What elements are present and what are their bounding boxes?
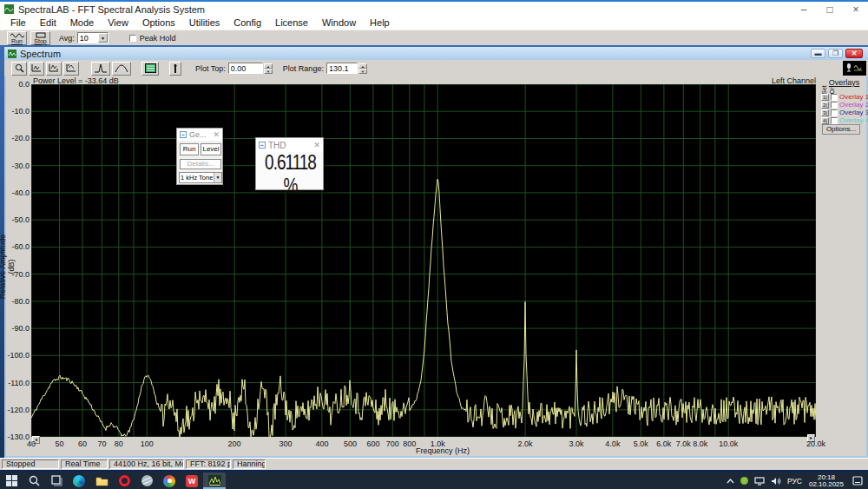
folder-icon xyxy=(95,476,108,486)
tray-clock[interactable]: 20:18 02.10.2025 xyxy=(809,474,844,488)
menu-help[interactable]: Help xyxy=(363,17,397,30)
taskbar-spectralab-button[interactable] xyxy=(203,472,226,489)
menu-mode[interactable]: Mode xyxy=(63,17,102,30)
thd-value: 0.61118 % xyxy=(256,151,325,199)
system-tray: РУС 20:18 02.10.2025 xyxy=(720,472,866,489)
magnifier-icon xyxy=(15,63,24,73)
generator-signal-dropdown[interactable]: 1 kHz Tone ▼ xyxy=(179,172,222,183)
overlays-options-button[interactable]: Options... xyxy=(822,124,860,135)
taskbar-globe-button[interactable] xyxy=(135,472,158,489)
overlay-on-checkbox[interactable] xyxy=(831,109,838,116)
plot-range-label: Plot Range: xyxy=(283,64,324,73)
marker-icon xyxy=(172,63,179,74)
minimize-button[interactable]: – xyxy=(797,3,811,17)
generator-dropdown-arrow-icon[interactable]: ▼ xyxy=(214,173,221,182)
spectrum-plot[interactable] xyxy=(31,84,816,437)
start-button[interactable] xyxy=(0,472,23,489)
x-tick-label: 60 xyxy=(78,439,87,448)
generator-run-button[interactable]: Run xyxy=(180,143,199,155)
spectrum-minimize-button[interactable]: ▬ xyxy=(811,49,825,58)
overlay-on-checkbox[interactable] xyxy=(831,94,838,101)
status-panel: Hanning xyxy=(233,459,266,469)
scale-xy-icon xyxy=(66,63,76,73)
menu-options[interactable]: Options xyxy=(135,17,182,30)
taskbar-edge-button[interactable] xyxy=(68,472,90,489)
x-tick-label: 70 xyxy=(97,439,106,448)
globe-icon xyxy=(141,475,153,486)
x-tick-label: 700 xyxy=(386,439,399,448)
tray-network-icon[interactable] xyxy=(754,477,765,486)
status-bar: StoppedReal Time44100 Hz, 16 bit, MonoFF… xyxy=(0,458,868,470)
spectrum-maximize-button[interactable]: ❐ xyxy=(828,49,843,58)
marker-button[interactable] xyxy=(169,62,181,76)
thd-close-icon[interactable]: ✕ xyxy=(313,141,320,149)
close-button[interactable]: × xyxy=(849,3,863,17)
maximize-button[interactable]: □ xyxy=(823,3,837,17)
menu-config[interactable]: Config xyxy=(227,17,268,30)
stop-button[interactable]: Stop xyxy=(30,31,50,45)
menu-utilities[interactable]: Utilities xyxy=(182,17,227,30)
x-tick-label: 20.0k xyxy=(806,439,825,448)
taskbar-opera-button[interactable] xyxy=(113,472,135,489)
tray-language-indicator[interactable]: РУС xyxy=(787,477,802,486)
spectrum-toolbar: Plot Top: 0.00 ▲▼ Plot Range: 130.1 ▲▼ xyxy=(4,60,868,76)
scale-y-button[interactable] xyxy=(46,62,62,76)
overlay-set-button[interactable]: 2| xyxy=(821,102,829,109)
main-toolbar: Run Stop Avg: 10 ▼ Peak Hold xyxy=(0,30,868,45)
edge-icon xyxy=(73,475,85,487)
taskbar-search-button[interactable] xyxy=(23,472,45,489)
input-monitor-icon[interactable] xyxy=(843,61,866,76)
plot-range-input[interactable]: 130.1 xyxy=(326,63,358,74)
plot-top-spinner[interactable]: ▲▼ xyxy=(264,63,273,74)
tray-chevron-icon[interactable] xyxy=(727,479,734,484)
status-panel: Real Time xyxy=(61,459,108,469)
overlay-set-button[interactable]: 3| xyxy=(821,109,829,116)
spectrum-shape-button[interactable] xyxy=(112,62,131,76)
generator-level-button[interactable]: Level xyxy=(201,143,221,155)
main-titlebar: SpectraLAB - FFT Spectral Analysis Syste… xyxy=(0,0,868,17)
task-view-button[interactable] xyxy=(45,472,68,489)
peak-hold-label: Peak Hold xyxy=(140,34,176,43)
taskbar-explorer-button[interactable] xyxy=(90,472,113,489)
overlay-on-checkbox[interactable] xyxy=(831,102,838,109)
y-tick-label: -10.0 xyxy=(1,107,30,116)
generator-close-icon[interactable]: ✕ xyxy=(213,130,220,139)
menu-file[interactable]: File xyxy=(3,17,33,30)
peak-hold-checkbox[interactable] xyxy=(129,35,136,42)
overlay-set-button[interactable]: 1| xyxy=(821,94,829,101)
peak-curve-button[interactable] xyxy=(91,62,110,76)
taskbar-w-app-button[interactable]: W xyxy=(181,472,203,489)
y-tick-label: -70.0 xyxy=(1,270,30,279)
status-panel: 44100 Hz, 16 bit, Mono xyxy=(109,459,184,469)
x-tick-label: 6.0k xyxy=(656,439,671,448)
avg-dropdown-arrow-icon[interactable]: ▼ xyxy=(98,33,108,43)
w-app-icon: W xyxy=(186,475,198,487)
menu-window[interactable]: Window xyxy=(315,17,363,30)
scale-xy-button[interactable] xyxy=(63,62,79,76)
scale-y-icon xyxy=(49,63,59,73)
menu-edit[interactable]: Edit xyxy=(33,17,63,30)
overlay-on-checkbox[interactable] xyxy=(831,117,838,124)
y-tick-label: -90.0 xyxy=(1,324,30,333)
plot-range-spinner[interactable]: ▲▼ xyxy=(358,63,367,74)
avg-dropdown[interactable]: 10 ▼ xyxy=(77,32,108,43)
overlay-set-button[interactable]: 4| xyxy=(821,117,829,124)
notification-center-icon[interactable] xyxy=(852,476,863,486)
run-button[interactable]: Run xyxy=(7,31,27,45)
taskbar-browser-button[interactable] xyxy=(158,472,181,489)
menu-view[interactable]: View xyxy=(101,17,135,30)
plot-top-input[interactable]: 0.00 xyxy=(228,63,263,74)
data-list-button[interactable] xyxy=(141,62,159,76)
x-tick-label: 400 xyxy=(315,439,328,448)
tray-volume-icon[interactable] xyxy=(771,477,781,486)
menu-license[interactable]: License xyxy=(268,17,315,30)
overlays-header: Overlays xyxy=(821,78,867,87)
tray-status-green-icon[interactable] xyxy=(740,477,748,485)
generator-titlebar[interactable]: ▪▪ Ge... ✕ xyxy=(177,129,222,141)
spectrum-title: Spectrum xyxy=(20,49,61,59)
stop-shape-icon xyxy=(36,32,46,38)
scale-x-button[interactable] xyxy=(29,62,44,76)
zoom-button[interactable] xyxy=(11,62,27,76)
spectrum-close-button[interactable]: ✕ xyxy=(845,49,863,58)
x-tick-label: 200 xyxy=(228,439,241,448)
